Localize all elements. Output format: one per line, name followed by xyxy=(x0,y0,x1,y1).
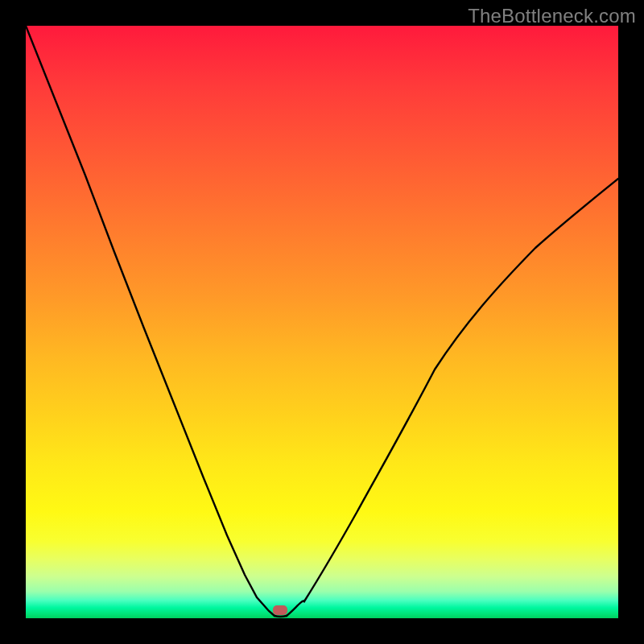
plot-area xyxy=(26,26,618,618)
curve-valley xyxy=(275,616,287,617)
watermark-text: TheBottleneck.com xyxy=(468,5,636,27)
curve-right-branch xyxy=(287,179,618,616)
curve-left-branch xyxy=(26,26,275,616)
minimum-marker xyxy=(273,605,287,615)
outer-frame: TheBottleneck.com xyxy=(0,0,644,644)
bottleneck-curve xyxy=(26,26,618,618)
